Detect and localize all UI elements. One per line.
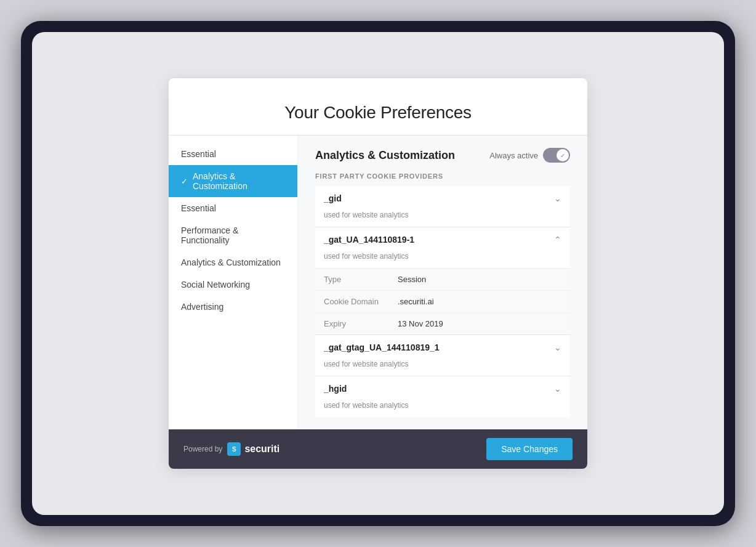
sidebar-item-label: Performance & Functionality [181,225,285,245]
content-title: Analytics & Customization [315,149,455,162]
toggle-check-icon: ✓ [560,152,565,159]
modal-body: Essential ✓ Analytics & Customization Es… [169,136,587,429]
device-frame: Your Cookie Preferences Essential ✓ Anal… [21,21,735,526]
modal-footer: Powered by S securiti Save Changes [169,429,587,469]
cookie-item-gid: _gid ⌄ used for website analytics [315,186,570,227]
powered-by-text: Powered by [183,445,222,453]
detail-row-expiry: Expiry 13 Nov 2019 [315,313,570,334]
sidebar-item-label: Essential [181,203,216,213]
cookie-desc-gtag: used for website analytics [315,360,570,376]
cookie-details-gat: Type Session Cookie Domain .securiti.ai … [315,268,570,334]
cookie-row-gat[interactable]: _gat_UA_144110819-1 ⌃ [315,227,570,252]
detail-key-expiry: Expiry [324,319,398,328]
cookie-name-hgid: _hgid [324,384,347,394]
cookie-item-gat: _gat_UA_144110819-1 ⌃ used for website a… [315,227,570,335]
sidebar-item-analytics-2[interactable]: Analytics & Customization [169,251,297,274]
content-header: Analytics & Customization Always active … [315,148,570,163]
sidebar: Essential ✓ Analytics & Customization Es… [169,136,298,429]
modal-header: Your Cookie Preferences [169,78,587,136]
sidebar-item-label: Advertising [181,302,223,312]
check-icon: ✓ [181,177,188,186]
chevron-down-icon-hgid: ⌄ [554,384,561,394]
sidebar-item-essential[interactable]: Essential [169,197,297,219]
cookie-name-gat: _gat_UA_144110819-1 [324,235,414,245]
sidebar-item-essential-top[interactable]: Essential [169,143,297,165]
cookie-desc-hgid: used for website analytics [315,401,570,417]
sidebar-item-performance[interactable]: Performance & Functionality [169,219,297,251]
sidebar-item-label-active: Analytics & Customization [193,171,285,191]
sidebar-item-label: Analytics & Customization [181,257,281,267]
detail-row-type: Type Session [315,269,570,291]
detail-key-domain: Cookie Domain [324,297,398,306]
logo-text: securiti [244,444,279,455]
toggle-knob: ✓ [557,149,569,161]
sidebar-item-analytics-active[interactable]: ✓ Analytics & Customization [169,165,297,197]
cookie-row-gtag[interactable]: _gat_gtag_UA_144110819_1 ⌄ [315,335,570,360]
detail-row-domain: Cookie Domain .securiti.ai [315,291,570,313]
cookie-name-gid: _gid [324,193,342,203]
modal-title: Your Cookie Preferences [188,103,568,123]
cookie-row-gid[interactable]: _gid ⌄ [315,186,570,211]
cookie-desc-gat: used for website analytics [315,252,570,268]
sidebar-item-advertising[interactable]: Advertising [169,296,297,318]
sidebar-item-label: Essential [181,149,216,159]
cookie-name-gtag: _gat_gtag_UA_144110819_1 [324,342,440,352]
powered-by: Powered by S securiti [183,442,279,456]
cookie-row-hgid[interactable]: _hgid ⌄ [315,376,570,401]
sidebar-item-label: Social Networking [181,280,250,290]
chevron-down-icon-gid: ⌄ [554,193,561,203]
always-active-group: Always active ✓ [489,148,570,163]
chevron-up-icon-gat: ⌃ [554,235,561,245]
detail-key-type: Type [324,275,398,284]
cookie-desc-gid: used for website analytics [315,211,570,227]
save-changes-button[interactable]: Save Changes [486,438,573,460]
logo-icon: S [227,442,241,456]
always-active-label: Always active [489,151,538,160]
cookie-modal: Your Cookie Preferences Essential ✓ Anal… [169,78,587,469]
securiti-logo: S securiti [227,442,279,456]
device-screen: Your Cookie Preferences Essential ✓ Anal… [32,32,724,515]
always-active-toggle[interactable]: ✓ [543,148,570,163]
sidebar-item-social[interactable]: Social Networking [169,274,297,296]
detail-value-expiry: 13 Nov 2019 [398,319,443,328]
chevron-down-icon-gtag: ⌄ [554,342,561,352]
content-area: Analytics & Customization Always active … [298,136,587,429]
cookie-item-hgid: _hgid ⌄ used for website analytics [315,376,570,417]
cookie-item-gtag: _gat_gtag_UA_144110819_1 ⌄ used for webs… [315,335,570,376]
detail-value-domain: .securiti.ai [398,297,434,306]
detail-value-type: Session [398,275,426,284]
section-label: FIRST PARTY COOKIE PROVIDERS [315,172,570,180]
